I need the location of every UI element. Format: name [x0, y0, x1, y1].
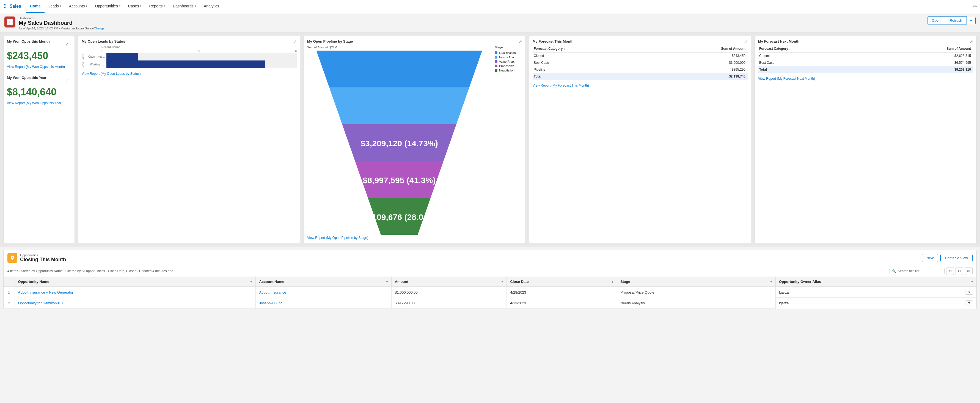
stage-cell: Needs Analysis: [617, 298, 776, 308]
nav-item-opportunities[interactable]: Opportunities ▾: [91, 0, 124, 13]
col-account-name: Account Name ▾: [256, 276, 391, 287]
expand-icon-won-month[interactable]: ⤢: [65, 42, 68, 46]
opps-meta-tools: 🔍 ⚙ ↻ ✏: [889, 267, 972, 275]
forecast-amount: $2,628,315: [877, 52, 973, 59]
change-link[interactable]: Change: [94, 27, 105, 30]
row-num: 2: [3, 298, 14, 308]
table-header-row: Opportunity Name ↑ ▾ Account Name ▾: [3, 276, 977, 287]
nav-right: ✏: [973, 4, 977, 9]
account-name-col-dropdown[interactable]: ▾: [386, 279, 388, 284]
account-name-link[interactable]: Joseph988 Inc: [259, 301, 282, 305]
legend-dot: [495, 69, 498, 72]
search-input[interactable]: [898, 269, 942, 273]
dashboard-subtitle: Dashboard: [19, 16, 105, 20]
search-box[interactable]: 🔍: [889, 268, 945, 274]
owner-alias-col-dropdown[interactable]: ▾: [971, 279, 973, 284]
expand-icon-pipeline[interactable]: ⤢: [519, 39, 522, 44]
col-opp-name: Opportunity Name ↑ ▾: [14, 276, 256, 287]
edit-icon-button[interactable]: ✏: [965, 267, 972, 275]
legend-label: Needs Ana...: [499, 56, 516, 59]
total-row: Total$2,138,740: [533, 73, 748, 80]
svg-text:$6,109,676 (28.04%): $6,109,676 (28.04%): [361, 213, 438, 222]
opp-name-col-dropdown[interactable]: ▾: [250, 279, 252, 284]
nav-item-analytics[interactable]: Analytics: [200, 0, 223, 13]
open-button[interactable]: Open: [927, 16, 945, 24]
opps-table: Opportunity Name ↑ ▾ Account Name ▾: [3, 276, 977, 309]
won-opps-year-title: My Won Opps this Year: [7, 76, 71, 80]
forecast-next-month-link[interactable]: View Report (My Forecast Next Month): [758, 77, 815, 81]
nav-bar: ⠿ Sales HomeLeads ▾Accounts ▾Opportuniti…: [0, 0, 980, 13]
dashboard-title: My Sales Dashboard: [19, 20, 105, 26]
record-count-label: Record Count: [82, 46, 297, 49]
amount-col-dropdown[interactable]: ▾: [501, 279, 503, 284]
svg-text:$3,209,120 (14.73%): $3,209,120 (14.73%): [361, 139, 438, 148]
opps-icon: [8, 253, 18, 263]
total-label: Total: [533, 73, 652, 80]
bar-chart-bars: Open - Not ... 1 Working - ... 5: [87, 53, 297, 68]
pipeline-title: My Open Pipeline by Stage: [307, 39, 522, 43]
legend-dot: [495, 60, 498, 63]
expand-icon-won-year[interactable]: ⤢: [65, 78, 68, 83]
settings-icon-button[interactable]: ⚙: [946, 267, 954, 275]
close-date-col-dropdown[interactable]: ▾: [611, 279, 614, 284]
forecast-category: Best Case: [758, 59, 877, 66]
nav-item-cases[interactable]: Cases ▾: [124, 0, 145, 13]
expand-icon-leads[interactable]: ⤢: [293, 39, 297, 44]
row-action-button[interactable]: ▼: [965, 300, 973, 305]
open-leads-title: My Open Leads by Status: [82, 39, 297, 43]
chevron-icon: ▾: [119, 5, 121, 8]
opps-title: Closing This Month: [20, 257, 66, 263]
col-amount: Amount ▾: [391, 276, 507, 287]
bar-track: 1: [107, 53, 297, 60]
table-row: Best Case$1,000,000: [533, 59, 748, 66]
total-amount: $2,138,740: [652, 73, 748, 80]
new-button[interactable]: New: [922, 254, 938, 262]
printable-view-button[interactable]: Printable View: [940, 254, 972, 262]
forecast-month-link[interactable]: View Report (My Forecast This Month): [533, 84, 589, 87]
bar-row: Open - Not ... 1: [87, 53, 297, 60]
table-row: 1 Abbott Insurance – New Generator Abbot…: [3, 287, 977, 298]
nav-item-accounts[interactable]: Accounts ▾: [65, 0, 91, 13]
table-row: Pipeline$895,290: [533, 66, 748, 73]
refresh-button[interactable]: Refresh: [945, 16, 967, 24]
won-opps-month-link[interactable]: View Report (My Won Opps this Month): [7, 65, 71, 69]
col-owner-alias: Opportunity Owner Alias ▾: [775, 276, 977, 287]
header-dropdown-button[interactable]: ▼: [967, 17, 975, 24]
owner-alias-cell: lgarza▼: [776, 298, 977, 308]
legend-item: Proposal/P...: [495, 64, 522, 68]
forecast-month-col2: Sum of Amount: [652, 46, 748, 52]
row-action-button[interactable]: ▼: [965, 290, 973, 295]
dashboard-title-area: Dashboard My Sales Dashboard As of Apr 1…: [19, 16, 105, 30]
expand-icon-forecast-next[interactable]: ⤢: [970, 39, 973, 44]
forecast-month-col1: Forecast Category ↓: [533, 46, 652, 52]
forecast-month-title: My Forecast This Month: [533, 39, 748, 43]
grid-icon[interactable]: ⠿: [3, 3, 7, 10]
svg-rect-2: [7, 22, 10, 25]
svg-marker-4: [317, 51, 482, 87]
funnel-legend: Stage QualificationNeeds Ana...Value Pro…: [495, 46, 522, 72]
forecast-category: Pipeline: [533, 66, 652, 73]
row-num: 1: [3, 287, 14, 298]
chevron-icon: ▾: [86, 5, 87, 8]
nav-item-home[interactable]: Home: [26, 0, 45, 13]
opp-name-link[interactable]: Abbott Insurance – New Generator: [18, 290, 73, 294]
expand-icon-forecast-month[interactable]: ⤢: [745, 39, 748, 44]
chevron-icon: ▾: [195, 5, 196, 8]
legend-dot: [495, 65, 498, 67]
opportunities-section: Opportunities Closing This Month New Pri…: [0, 247, 980, 312]
account-name-link[interactable]: Abbott Insurance: [259, 290, 286, 294]
edit-icon[interactable]: ✏: [973, 4, 977, 9]
won-opps-month-title: My Won Opps this Month: [7, 39, 71, 43]
refresh-icon-button[interactable]: ↻: [956, 267, 963, 275]
stage-col-dropdown[interactable]: ▾: [770, 279, 772, 284]
nav-item-reports[interactable]: Reports ▾: [145, 0, 169, 13]
amount-cell: $895,290.00: [391, 298, 507, 308]
won-opps-year-link[interactable]: View Report (My Won Opps this Year): [7, 101, 71, 105]
pipeline-link[interactable]: View Report (My Open Pipeline by Stage): [307, 236, 368, 240]
bar-fill: [107, 60, 265, 68]
opps-header-left: Opportunities Closing This Month: [8, 253, 66, 263]
opp-name-link[interactable]: Opportunity for Hamilton810: [18, 301, 63, 305]
open-leads-link[interactable]: View Report (My Open Leads by Status): [82, 72, 141, 76]
nav-item-leads[interactable]: Leads ▾: [45, 0, 65, 13]
nav-item-dashboards[interactable]: Dashboards ▾: [169, 0, 200, 13]
